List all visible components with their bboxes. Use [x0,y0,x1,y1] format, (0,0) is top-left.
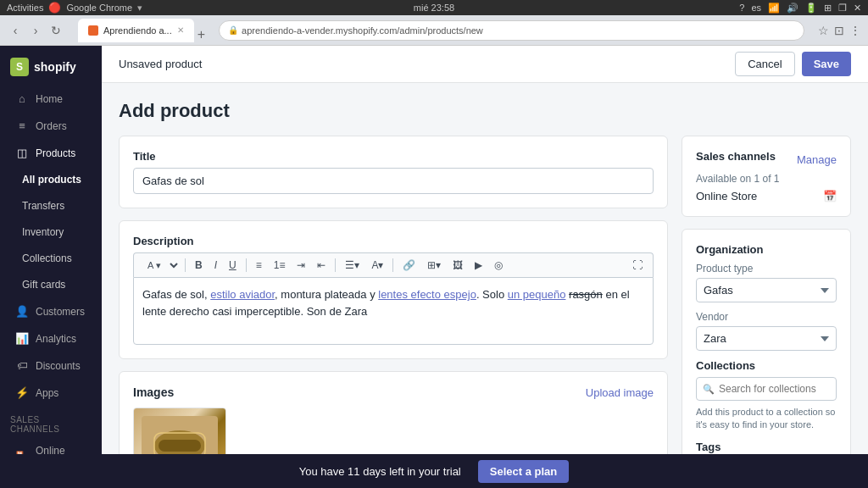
sidebar-item-all-products[interactable]: All products [5,167,97,192]
sidebar-item-apps[interactable]: ⚡ Apps [5,380,97,406]
link-aviador: estilo aviador [210,288,275,301]
product-type-label: Product type [696,263,837,274]
align-button[interactable]: ☰▾ [340,257,364,274]
top-bar: Unsaved product Cancel Save [102,46,868,83]
address-bar[interactable]: 🔒 aprendiendo-a-vender.myshopify.com/adm… [219,20,804,41]
image-button[interactable]: 🖼 [448,257,468,274]
title-label: Title [133,150,654,163]
title-card: Title [119,136,668,208]
font-format-dropdown[interactable]: A ▾ [139,257,181,274]
side-column: Sales channels Manage Available on 1 of … [682,136,851,487]
sidebar-item-transfers[interactable]: Transfers [5,193,97,219]
os-controls: ?es📶🔊🔋 ⊞❐✕ [739,3,861,14]
sales-channels-card: Sales channels Manage Available on 1 of … [682,136,851,217]
sidebar-item-label: Discounts [36,360,81,372]
embed-button[interactable]: ▶ [470,257,487,274]
nav-buttons[interactable]: ‹ › ↻ [7,22,64,39]
toolbar-divider-1 [185,258,186,272]
tab-close-icon[interactable]: ✕ [177,25,184,35]
indent-button[interactable]: ⇥ [292,257,310,274]
available-text: Available on 1 of 1 [696,173,837,185]
link-un: un pequeño [508,288,566,301]
new-tab-button[interactable]: + [198,27,205,42]
html-button[interactable]: ◎ [489,257,508,274]
description-card: Description A ▾ B I U ≡ 1≡ [119,220,668,359]
save-button[interactable]: Save [802,52,851,76]
sidebar-item-discounts[interactable]: 🏷 Discounts [5,352,97,379]
sidebar-nav: ⌂ Home ≡ Orders ◫ Products All products … [0,85,102,483]
trial-message: You have 11 days left in your trial [299,465,461,478]
top-bar-right: Cancel Save [735,52,851,76]
os-bar: Activities 🔴 Google Chrome ▾ mié 23:58 ?… [0,0,868,15]
toolbar-right: ⛶ [627,257,648,274]
svg-rect-2 [159,440,201,452]
collections-hint: Add this product to a collection so it's… [696,406,837,432]
back-button[interactable]: ‹ [7,22,24,39]
sidebar-item-analytics[interactable]: 📊 Analytics [5,325,97,352]
sidebar-item-collections[interactable]: Collections [5,246,97,271]
underline-button[interactable]: U [224,257,242,274]
link-button[interactable]: 🔗 [398,257,420,274]
description-editor[interactable]: Gafas de sol, estilo aviador, montura pl… [133,277,654,345]
collections-search-input[interactable] [696,377,837,401]
product-type-select[interactable]: Gafas [696,278,837,302]
sidebar-item-label: Gift cards [22,279,65,291]
address-text: aprendiendo-a-vender.myshopify.com/admin… [242,25,483,36]
expand-button[interactable]: ⛶ [627,257,648,274]
os-activities[interactable]: Activities [7,3,43,13]
sidebar-item-label: Transfers [22,200,64,212]
sidebar-item-label: Analytics [36,333,76,345]
toolbar-divider-4 [392,258,393,272]
images-header: Images Upload image [133,385,654,399]
sidebar-item-home[interactable]: ⌂ Home [5,86,97,112]
sidebar-item-label: Home [36,93,63,105]
sidebar-item-label: Orders [36,120,67,132]
table-button[interactable]: ⊞▾ [422,257,446,274]
menu-icon[interactable]: ⋮ [849,24,861,37]
sidebar-item-gift-cards[interactable]: Gift cards [5,272,97,297]
trial-bar: You have 11 days left in your trial Sele… [0,454,868,487]
outdent-button[interactable]: ⇤ [312,257,331,274]
vendor-label: Vendor [696,311,837,323]
manage-link[interactable]: Manage [797,153,837,166]
forward-button[interactable]: › [27,22,44,39]
title-input[interactable] [133,168,654,194]
browser-actions[interactable]: ☆ ⊡ ⋮ [818,24,861,37]
description-label: Description [133,235,654,247]
select-plan-button[interactable]: Select a plan [478,460,569,483]
sidebar-item-customers[interactable]: 👤 Customers [5,298,97,324]
app-container: S shopify ⌂ Home ≡ Orders ◫ Products All… [0,46,868,487]
upload-image-link[interactable]: Upload image [586,386,654,399]
link-lentes: lentes efecto espejo [378,288,476,301]
sidebar-item-label: Collections [22,252,72,264]
ordered-list-button[interactable]: 1≡ [269,257,291,274]
calendar-icon[interactable]: 📅 [823,190,837,202]
sidebar-logo[interactable]: S shopify [0,46,102,85]
extension-icon[interactable]: ⊡ [834,24,844,37]
editor-toolbar: A ▾ B I U ≡ 1≡ ⇥ ⇤ ☰▾ [133,252,654,277]
browser-chrome: ‹ › ↻ Aprendiendo a... ✕ + 🔒 aprendiendo… [0,15,868,46]
sidebar-item-orders[interactable]: ≡ Orders [5,113,97,139]
cancel-button[interactable]: Cancel [735,52,794,76]
list-button[interactable]: ≡ [251,257,267,274]
discounts-icon: 🏷 [15,359,29,372]
images-title: Images [133,385,174,399]
vendor-select[interactable]: Zara [696,326,837,351]
sidebar-item-inventory[interactable]: Inventory [5,219,97,245]
os-app-name: Google Chrome [66,3,132,13]
bold-button[interactable]: B [190,257,208,274]
os-time: mié 23:58 [414,3,454,13]
online-store-label: Online Store [696,190,757,202]
main-column: Title Description A ▾ B I [119,136,668,487]
search-icon: 🔍 [703,384,715,395]
color-button[interactable]: A▾ [366,257,388,274]
italic-button[interactable]: I [209,257,222,274]
refresh-button[interactable]: ↻ [47,22,64,39]
orders-icon: ≡ [15,119,29,132]
active-tab[interactable]: Aprendiendo a... ✕ [78,19,194,42]
sidebar-item-products[interactable]: ◫ Products [5,140,97,166]
toolbar-divider-3 [335,258,336,272]
bookmark-icon[interactable]: ☆ [818,24,829,37]
products-icon: ◫ [15,147,29,159]
sales-channels-section-label: SALES CHANNELS [0,407,102,437]
